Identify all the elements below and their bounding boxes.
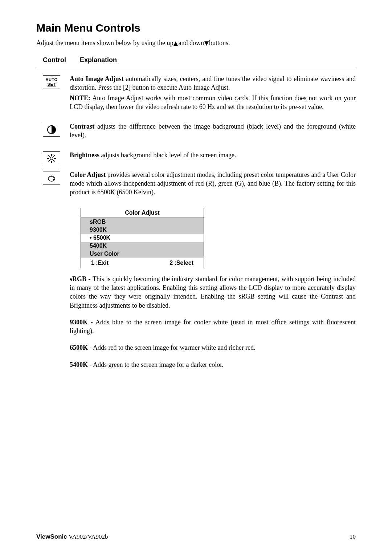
header-explanation: Explanation xyxy=(80,56,117,64)
osd-color-adjust-menu: Color Adjust sRGB 9300K •6500K 5400K Use… xyxy=(81,208,204,268)
color-adjust-desc: Color Adjust provides several color adju… xyxy=(70,170,356,197)
triangle-down-icon xyxy=(204,41,209,46)
osd-exit: 1 :Exit xyxy=(91,260,109,266)
contrast-icon xyxy=(43,123,60,137)
k5400-rest: Adds green to the screen image for a dar… xyxy=(92,361,224,368)
osd-row-5400k: 5400K xyxy=(81,242,204,250)
brightness-section: Brightness adjusts background black leve… xyxy=(36,151,356,165)
auto-adjust-note: NOTE: Auto Image Adjust works with most … xyxy=(70,94,356,112)
brightness-rest: adjusts background black level of the sc… xyxy=(99,151,236,159)
color-adjust-icon xyxy=(43,171,60,185)
k9300-bold: 9300K - xyxy=(70,319,93,326)
osd-6500k-label: 6500K xyxy=(93,235,110,241)
svg-line-6 xyxy=(49,155,50,157)
svg-line-9 xyxy=(53,155,55,157)
auto-note-rest: Auto Image Adjust works with most common… xyxy=(70,94,356,110)
k6500-bold: 6500K - xyxy=(70,344,92,351)
auto-set-line1: AUTO xyxy=(46,77,58,82)
header-control: Control xyxy=(43,56,76,64)
contrast-bold: Contrast xyxy=(70,123,94,130)
osd-row-6500k-selected: •6500K xyxy=(83,234,201,242)
intro-pre: Adjust the menu items shown below by usi… xyxy=(36,39,173,46)
osd-footer: 1 :Exit 2 :Select xyxy=(81,258,204,268)
osd-row-srgb: sRGB xyxy=(81,218,204,226)
k9300-desc: 9300K - Adds blue to the screen image fo… xyxy=(70,318,356,336)
triangle-up-icon xyxy=(173,41,178,46)
contrast-rest: adjusts the difference between the image… xyxy=(70,123,356,139)
svg-line-8 xyxy=(49,160,50,162)
table-header: Control Explanation xyxy=(36,56,356,64)
k6500-desc: 6500K - Adds red to the screen image for… xyxy=(70,343,356,352)
page-number: 10 xyxy=(350,533,356,540)
intro-text: Adjust the menu items shown below by usi… xyxy=(36,39,356,47)
svg-point-14 xyxy=(53,179,54,180)
contrast-desc: Contrast adjusts the difference between … xyxy=(70,122,356,140)
k6500-rest: Adds red to the screen image for warmer … xyxy=(92,344,256,351)
auto-note-bold: NOTE: xyxy=(70,94,90,102)
k5400-desc: 5400K - Adds green to the screen image f… xyxy=(70,360,356,369)
color-adjust-section: Color Adjust provides several color adju… xyxy=(36,170,356,198)
bullet-icon: • xyxy=(90,235,93,241)
footer-model: VA902/VA902b xyxy=(67,533,108,540)
osd-select: 2 :Select xyxy=(170,260,193,266)
auto-set-icon: AUTO SET xyxy=(43,75,60,89)
page-footer: ViewSonic VA902/VA902b 10 xyxy=(36,533,356,540)
svg-line-7 xyxy=(53,160,55,162)
srgb-rest: - This is quickly becoming the industry … xyxy=(70,275,356,309)
svg-point-12 xyxy=(51,175,52,177)
osd-row-usercolor: User Color xyxy=(81,250,204,258)
footer-brand: ViewSonic xyxy=(36,533,67,540)
srgb-desc: sRGB - This is quickly becoming the indu… xyxy=(70,275,356,310)
color-adjust-bold: Color Adjust xyxy=(70,171,106,178)
intro-post: buttons. xyxy=(209,39,230,46)
auto-adjust-desc: Auto Image Adjust automatically sizes, c… xyxy=(70,74,356,92)
color-adjust-rest: provides several color adjustment modes,… xyxy=(70,171,356,196)
auto-set-line2: SET xyxy=(48,82,56,86)
auto-adjust-bold: Auto Image Adjust xyxy=(70,75,124,82)
contrast-section: Contrast adjusts the difference between … xyxy=(36,122,356,141)
intro-mid: and down xyxy=(178,39,204,46)
svg-point-1 xyxy=(50,157,53,160)
svg-point-13 xyxy=(53,177,54,178)
header-divider xyxy=(36,67,356,67)
brightness-bold: Brightness xyxy=(70,151,99,159)
page-title: Main Menu Controls xyxy=(36,22,356,34)
svg-point-11 xyxy=(49,176,50,177)
brightness-desc: Brightness adjusts background black leve… xyxy=(70,151,356,159)
osd-row-9300k: 9300K xyxy=(81,226,204,234)
k9300-rest: Adds blue to the screen image for cooler… xyxy=(70,319,356,335)
brightness-icon xyxy=(43,151,60,165)
osd-title: Color Adjust xyxy=(81,208,204,218)
auto-image-adjust-section: AUTO SET Auto Image Adjust automatically… xyxy=(36,74,356,113)
k5400-bold: 5400K - xyxy=(70,361,92,368)
srgb-bold: sRGB xyxy=(70,275,86,283)
